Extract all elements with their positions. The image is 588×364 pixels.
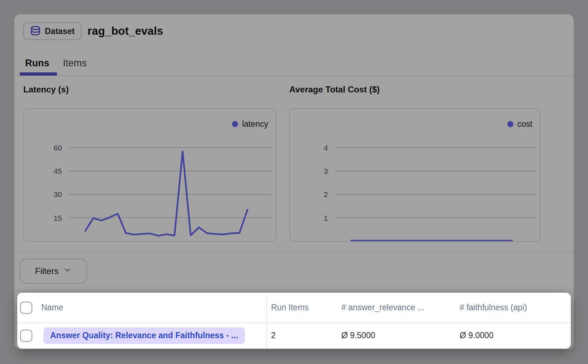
runs-table: Name Run Items # answer_relevance ... # … — [17, 293, 571, 349]
column-header-run-items: Run Items — [267, 303, 341, 312]
column-header-faithfulness: # faithfulness (api) — [459, 303, 571, 312]
row-run-items-cell: 2 — [267, 331, 341, 340]
table-row: Answer Quality: Relevance and Faithfulne… — [17, 323, 571, 348]
row-checkbox[interactable] — [20, 330, 32, 342]
column-header-answer-relevance: # answer_relevance ... — [341, 303, 459, 312]
run-name-link[interactable]: Answer Quality: Relevance and Faithfulne… — [43, 327, 245, 344]
page: Dataset rag_bot_evals Runs Items Latency… — [0, 0, 588, 364]
row-name-cell: Answer Quality: Relevance and Faithfulne… — [38, 323, 267, 348]
column-header-name: Name — [38, 293, 267, 322]
row-answer-relevance-cell: Ø 9.5000 — [341, 331, 459, 340]
select-all-checkbox[interactable] — [20, 302, 32, 314]
row-select-cell — [17, 323, 38, 348]
row-faithfulness-cell: Ø 9.0000 — [459, 331, 571, 340]
table-header-row: Name Run Items # answer_relevance ... # … — [17, 293, 571, 323]
select-all-cell — [17, 293, 38, 322]
